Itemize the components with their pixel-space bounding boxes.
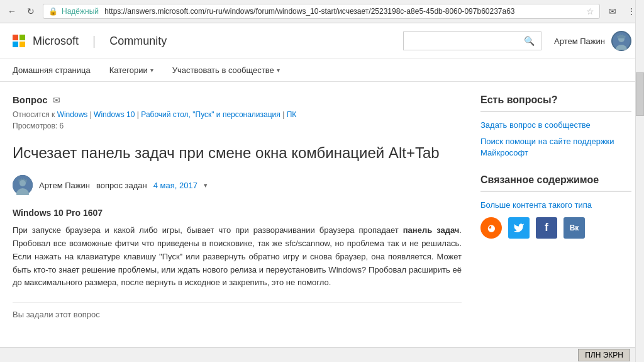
- nav-categories-label: Категории: [109, 65, 148, 75]
- back-button[interactable]: ←: [5, 4, 19, 18]
- browser-actions: ✉ ⋮: [605, 4, 639, 19]
- nav-participate[interactable]: Участвовать в сообществе ▾: [172, 65, 280, 75]
- search-input[interactable]: [410, 36, 524, 46]
- address-text: Надёжный https://answers.microsoft.com/r…: [62, 7, 582, 16]
- social-icons: ◕ f Вк: [480, 217, 631, 239]
- ms-sq-green: [19, 35, 25, 40]
- question-meta: Относится к Windows | Windows 10 | Рабоч…: [13, 110, 462, 119]
- post-os-label: Windows 10 Pro 1607: [13, 208, 462, 218]
- twitter-svg: [513, 222, 525, 234]
- search-icon[interactable]: 🔍: [524, 36, 535, 46]
- facebook-icon[interactable]: f: [536, 217, 557, 239]
- ms-logo-squares: [13, 35, 25, 47]
- post-text-1: При запуске браузера и какой либо игры, …: [13, 225, 403, 235]
- nav-categories[interactable]: Категории ▾: [109, 65, 153, 75]
- search-box[interactable]: 🔍: [403, 31, 541, 50]
- footer-text: Вы задали этот вопрос: [13, 310, 100, 319]
- meta-link-pc[interactable]: ПК: [287, 110, 297, 119]
- rss-icon[interactable]: ◕: [480, 217, 502, 239]
- scrollbar-thumb[interactable]: [636, 72, 644, 116]
- author-date[interactable]: 4 мая, 2017: [153, 181, 197, 190]
- site-nav: Домашняя страница Категории ▾ Участвоват…: [0, 59, 644, 82]
- question-heading: Исчезает панель задач при смене окна ком…: [13, 143, 462, 162]
- url-text: https://answers.microsoft.com/ru-ru/wind…: [104, 7, 514, 16]
- header-divider: |: [92, 34, 96, 48]
- meta-link-windows[interactable]: Windows: [57, 110, 88, 119]
- lock-icon: 🔒: [48, 7, 58, 16]
- nav-home-label: Домашняя страница: [13, 65, 91, 75]
- community-text: Community: [109, 35, 167, 48]
- ms-sq-yellow: [19, 42, 25, 47]
- sidebar-more-content-link[interactable]: Больше контента такого типа: [480, 200, 631, 211]
- views-count: Просмотров: 6: [13, 122, 462, 130]
- nav-home[interactable]: Домашняя страница: [13, 65, 91, 75]
- post-text-highlight: панель задач: [403, 225, 460, 235]
- sidebar-related-title: Связанное содержимое: [480, 174, 631, 192]
- categories-chevron-icon: ▾: [150, 67, 153, 74]
- post-content: Windows 10 Pro 1607 При запуске браузера…: [13, 208, 462, 290]
- twitter-icon[interactable]: [508, 217, 530, 239]
- scrollbar[interactable]: [635, 0, 644, 332]
- sidebar-support-link[interactable]: Поиск помощи на сайте поддержки Майкросо…: [480, 136, 631, 159]
- header-search: 🔍: [403, 31, 541, 50]
- user-name-label: Артем Пажин: [554, 37, 605, 46]
- address-bar[interactable]: 🔒 Надёжный https://answers.microsoft.com…: [43, 4, 600, 19]
- svg-point-4: [19, 180, 26, 186]
- question-label-text: Вопрос: [13, 94, 48, 105]
- vk-icon[interactable]: Вк: [564, 217, 585, 239]
- site-header: Microsoft | Community 🔍 Артем Пажин: [0, 23, 644, 59]
- ms-sq-blue: [13, 42, 18, 47]
- sidebar-ask-question-link[interactable]: Задать вопрос в сообществе: [480, 120, 631, 131]
- meta-prefix: Относится к: [13, 110, 55, 119]
- ms-logo: Microsoft | Community: [13, 34, 167, 48]
- author-row: Артем Пажин вопрос задан 4 мая, 2017 ▾: [13, 175, 462, 195]
- user-info: Артем Пажин: [554, 31, 631, 51]
- nav-participate-label: Участвовать в сообществе: [172, 65, 274, 75]
- main-container: Вопрос ✉ Относится к Windows | Windows 1…: [0, 82, 644, 332]
- author-avatar-img: [13, 175, 33, 195]
- ms-sq-red: [13, 35, 18, 40]
- user-avatar: [611, 31, 631, 51]
- trusted-label: Надёжный: [62, 7, 99, 16]
- browser-chrome: ← ↻ 🔒 Надёжный https://answers.microsoft…: [0, 0, 644, 23]
- sidebar-questions-title: Есть вопросы?: [480, 94, 631, 112]
- meta-link-windows10[interactable]: Windows 10: [94, 110, 135, 119]
- footer-question-row: Вы задали этот вопрос: [13, 302, 462, 319]
- question-label-row: Вопрос ✉: [13, 94, 462, 105]
- forward-button[interactable]: ↻: [24, 4, 38, 18]
- microsoft-text: Microsoft: [33, 35, 79, 48]
- sidebar: Есть вопросы? Задать вопрос в сообществе…: [480, 94, 631, 319]
- avatar-image: [613, 32, 630, 50]
- participate-chevron-icon: ▾: [277, 67, 280, 74]
- sidebar-related-section: Связанное содержимое Больше контента так…: [480, 174, 631, 239]
- author-name: Артем Пажин: [39, 181, 90, 190]
- author-action-text: вопрос задан: [96, 181, 147, 190]
- content-area: Вопрос ✉ Относится к Windows | Windows 1…: [13, 94, 462, 319]
- sidebar-questions-section: Есть вопросы? Задать вопрос в сообществе…: [480, 94, 631, 159]
- question-mail-icon: ✉: [53, 95, 60, 105]
- author-chevron-icon[interactable]: ▾: [204, 181, 208, 189]
- meta-link-desktop[interactable]: Рабочий стол, "Пуск" и персонализация: [141, 110, 280, 119]
- favorite-icon[interactable]: ☆: [586, 6, 594, 16]
- author-avatar: [13, 175, 33, 195]
- post-body-text: При запуске браузера и какой либо игры, …: [13, 224, 462, 290]
- browser-toolbar: ← ↻ 🔒 Надёжный https://answers.microsoft…: [0, 0, 644, 23]
- mail-action-icon[interactable]: ✉: [605, 4, 620, 19]
